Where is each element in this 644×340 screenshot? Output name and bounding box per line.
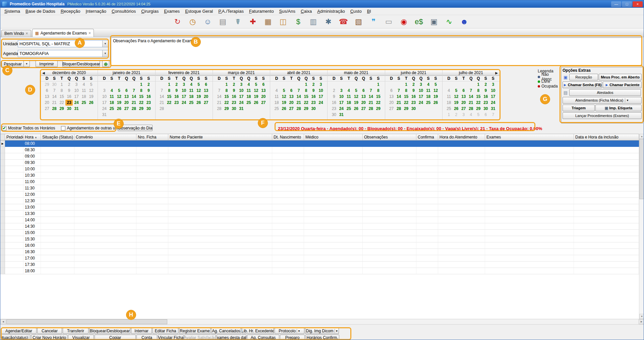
day-19[interactable]: 19 [252, 94, 260, 100]
time-row-15-00[interactable]: 15:00 [0, 230, 639, 236]
day-1[interactable]: 1 [403, 81, 410, 88]
day-6[interactable]: 6 [202, 81, 210, 88]
column-medico[interactable]: Médico [304, 134, 363, 140]
observacoes-textarea[interactable] [112, 44, 642, 65]
day-24[interactable]: 24 [180, 100, 188, 106]
day-1[interactable]: 1 [58, 81, 65, 88]
day-17[interactable]: 17 [317, 94, 325, 100]
user-icon[interactable]: ☻ [459, 16, 470, 27]
scroll-left-icon[interactable]: ◄ [0, 319, 6, 324]
day-4[interactable]: 4 [345, 88, 352, 94]
day-10[interactable]: 10 [101, 94, 108, 100]
day-2[interactable]: 2 [330, 88, 338, 94]
day-1[interactable]: 1 [223, 81, 230, 88]
day-5[interactable]: 5 [432, 81, 440, 88]
day-20[interactable]: 20 [360, 100, 367, 106]
day-12[interactable]: 12 [352, 94, 360, 100]
dropdown-caret-icon[interactable]: ▼ [335, 329, 338, 333]
day-7[interactable]: 7 [158, 88, 166, 94]
day-2[interactable]: 2 [173, 81, 180, 88]
day-13[interactable]: 13 [123, 94, 130, 100]
day-20[interactable]: 20 [202, 94, 210, 100]
finance-icon[interactable]: $ [293, 16, 304, 27]
day-23[interactable]: 23 [173, 100, 180, 106]
day-13[interactable]: 13 [202, 88, 210, 94]
day-3[interactable]: 3 [101, 88, 108, 94]
day-30[interactable]: 30 [310, 106, 317, 112]
day-20[interactable]: 20 [260, 94, 267, 100]
day-18[interactable]: 18 [345, 100, 352, 106]
day-9[interactable]: 9 [65, 88, 73, 94]
day-19[interactable]: 19 [453, 100, 460, 106]
day-2[interactable]: 2 [145, 81, 152, 88]
day-22[interactable]: 22 [58, 100, 65, 106]
day-26[interactable]: 26 [115, 106, 123, 112]
menu-sistema[interactable]: Sistema [2, 8, 23, 15]
calendar-prev-icon[interactable]: ◀ [42, 70, 45, 76]
day-15[interactable]: 15 [374, 94, 382, 100]
day-6[interactable]: 6 [123, 88, 130, 94]
day-15[interactable]: 15 [223, 94, 230, 100]
day-5[interactable]: 5 [475, 112, 482, 118]
menu-estoque-geral[interactable]: Estoque Geral [182, 8, 216, 15]
day-19[interactable]: 19 [87, 94, 95, 100]
lib-hr-excedente-button[interactable]: Lib. Hr. Excedente [242, 328, 274, 334]
day-13[interactable]: 13 [288, 94, 295, 100]
ag-cancelados-button[interactable]: Ag. Cancelados [211, 328, 241, 334]
day-6[interactable]: 6 [482, 112, 489, 118]
horarios-confirm-button[interactable]: Horários Confirm. [305, 335, 339, 340]
day-30[interactable]: 30 [410, 106, 417, 112]
chamar-paciente-button[interactable]: ►Chamar Paciente [603, 81, 642, 88]
day-28[interactable]: 28 [395, 106, 403, 112]
day-1[interactable]: 1 [445, 112, 453, 118]
day-29[interactable]: 29 [302, 106, 310, 112]
registrar-exame-button[interactable]: Registrar Exame [179, 328, 211, 334]
column-data-e-hora-da-inclusao[interactable]: Data e Hora da inclusão [574, 134, 639, 140]
billing-icon[interactable]: e$ [413, 16, 424, 27]
day-20[interactable]: 20 [460, 100, 467, 106]
day-3[interactable]: 3 [238, 81, 245, 88]
day-2[interactable]: 2 [410, 81, 417, 88]
day-3[interactable]: 3 [338, 88, 345, 94]
day-11[interactable]: 11 [245, 88, 252, 94]
time-row-16-00[interactable]: 16:00 [0, 242, 639, 249]
day-8[interactable]: 8 [166, 88, 173, 94]
day-26[interactable]: 26 [87, 100, 95, 106]
day-30[interactable]: 30 [330, 112, 338, 118]
day-15[interactable]: 15 [475, 94, 482, 100]
dropdown-caret-icon[interactable]: ▼ [625, 98, 629, 102]
day-15[interactable]: 15 [403, 94, 410, 100]
day-18[interactable]: 18 [80, 94, 87, 100]
menu-exames[interactable]: Exames [161, 8, 182, 15]
day-14[interactable]: 14 [467, 94, 475, 100]
day-16[interactable]: 16 [145, 94, 152, 100]
atestados-button[interactable]: Atestados [569, 89, 641, 96]
day-8[interactable]: 8 [475, 88, 482, 94]
menu-bi[interactable]: BI [364, 8, 374, 15]
bloquear-desbloquear-button[interactable]: Bloquer/Desbloquear [62, 61, 100, 67]
day-10[interactable]: 10 [317, 88, 325, 94]
day-13[interactable]: 13 [360, 94, 367, 100]
imp-etiqueta-button[interactable]: ▣Imp. Etiqueta [595, 105, 642, 111]
time-row-17-30[interactable]: 17:30 [0, 262, 639, 268]
day-5[interactable]: 5 [352, 88, 360, 94]
chamar-senha-f8-button[interactable]: ►Chamar Senha (F8) [563, 81, 602, 88]
day-12[interactable]: 12 [115, 94, 123, 100]
day-25[interactable]: 25 [108, 106, 115, 112]
day-14[interactable]: 14 [51, 94, 58, 100]
visualizar-button[interactable]: Visualizar [68, 335, 94, 340]
day-26[interactable]: 26 [252, 100, 260, 106]
column-nro-ficha[interactable]: Nro. Ficha [136, 134, 168, 140]
menu-p-a-terapias[interactable]: P.A./Terapias [216, 8, 246, 15]
day-13[interactable]: 13 [43, 94, 51, 100]
day-4[interactable]: 4 [108, 88, 115, 94]
day-2[interactable]: 2 [310, 81, 317, 88]
horizontal-scrollbar[interactable]: ◄ ► [0, 319, 644, 325]
day-25[interactable]: 25 [345, 106, 352, 112]
vincular-ficha-button[interactable]: Vincular Ficha [158, 335, 184, 340]
day-29[interactable]: 29 [475, 106, 482, 112]
day-18[interactable]: 18 [245, 94, 252, 100]
day-31[interactable]: 31 [238, 106, 245, 112]
day-7[interactable]: 7 [295, 88, 302, 94]
close-tab-icon[interactable]: × [89, 31, 91, 36]
